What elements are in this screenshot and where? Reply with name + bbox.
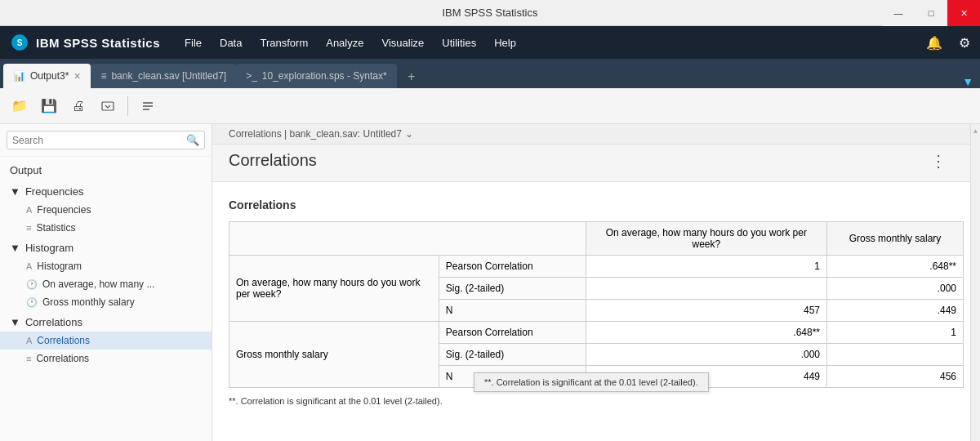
close-button[interactable]: ✕ [947,0,980,26]
content-title-area: Correlations ⋮ [212,145,980,182]
stat-label-n1: N [439,300,586,322]
stat-label-pearson2: Pearson Correlation [439,322,586,344]
search-input[interactable] [12,135,186,146]
menu-items: File Data Transform Analyze Visualize Ut… [176,33,923,52]
page-title: Correlations [229,151,317,170]
tree-group-correlations: ▼ Correlations A Correlations ≡ Correlat… [0,313,212,368]
chevron-frequencies: ▼ [10,185,20,198]
tab-close-output3[interactable]: ✕ [74,71,81,82]
tree-leaf-histogram-salary[interactable]: 🕐 Gross monthly salary [0,293,212,311]
stat-label-pearson1: Pearson Correlation [439,256,586,278]
tree-group-header-correlations[interactable]: ▼ Correlations [0,313,212,332]
search-input-wrap[interactable]: 🔍 [7,131,205,149]
sidebar: 🔍 Output ▼ Frequencies A Frequencies ≡ [0,124,212,441]
tab-syntax[interactable]: >_ 10_exploration.sps - Syntax* [236,64,396,88]
window-controls: — □ ✕ [882,0,980,26]
breadcrumb-chevron-icon: ⌄ [405,128,413,140]
col-header-salary: Gross monthly salary [827,222,964,256]
tree-leaf-histogram-histogram[interactable]: A Histogram [0,257,212,275]
leaf-icon-hours: 🕐 [26,279,38,290]
toolbar-divider [127,96,128,116]
tree-group-frequencies: ▼ Frequencies A Frequencies ≡ Statistics [0,182,212,237]
tab-label-bank: bank_clean.sav [Untitled7] [111,70,226,82]
tree-area: Output ▼ Frequencies A Frequencies ≡ Sta… [0,157,212,441]
tab-label-syntax: 10_exploration.sps - Syntax* [262,70,387,82]
cell-salary-sig-hours: .000 [586,344,826,366]
menu-data[interactable]: Data [212,33,250,52]
table-section-title: Correlations [229,198,964,212]
tab-overflow-chevron[interactable]: ▼ [962,75,973,88]
content-header: Correlations | bank_clean.sav: Untitled7… [212,124,980,145]
table-row: On average, how many hours do you work p… [229,256,964,278]
scrollbar[interactable]: ▲ [970,124,980,441]
tree-leaf-frequencies-statistics[interactable]: ≡ Statistics [0,219,212,237]
cell-salary-sig-salary [827,344,964,366]
export-button[interactable] [95,93,121,119]
tree-group-content-histogram: A Histogram 🕐 On average, how many ... 🕐… [0,257,212,311]
menu-visualize[interactable]: Visualize [373,33,432,52]
app-title: IBM SPSS Statistics [36,36,160,50]
tab-add-button[interactable]: + [400,65,423,88]
tree-group-header-frequencies[interactable]: ▼ Frequencies [0,182,212,201]
menu-file[interactable]: File [176,33,210,52]
tree-leaf-correlations-table[interactable]: ≡ Correlations [0,350,212,368]
tab-output3[interactable]: 📊 Output3* ✕ [3,64,91,88]
menu-analyze[interactable]: Analyze [318,33,372,52]
tree-leaf-label-salary: Gross monthly salary [42,296,135,308]
tab-bar: 📊 Output3* ✕ ≡ bank_clean.sav [Untitled7… [0,59,980,88]
tree-group-label-histogram: Histogram [25,242,74,254]
tab-bank-clean[interactable]: ≡ bank_clean.sav [Untitled7] [91,64,236,88]
leaf-icon-corr-grid: ≡ [26,354,31,363]
notification-icon[interactable]: 🔔 [923,32,946,54]
leaf-icon-salary: 🕐 [26,297,38,308]
menu-utilities[interactable]: Utilities [434,33,484,52]
search-icon: 🔍 [186,134,199,146]
tree-leaf-frequencies-frequencies[interactable]: A Frequencies [0,201,212,219]
cell-hours-n-salary: .449 [827,300,964,322]
tree-leaf-label-statistics: Statistics [36,222,75,234]
tree-group-label-correlations: Correlations [25,316,82,328]
row-header-hours: On average, how many hours do you work p… [229,256,439,322]
tree-leaf-label-hours: On average, how many ... [42,278,154,290]
svg-text:S: S [17,38,23,47]
save-button[interactable]: 💾 [36,93,62,119]
tree-leaf-label-frequencies: Frequencies [37,204,91,216]
stat-label-sig1: Sig. (2-tailed) [439,278,586,300]
settings-icon[interactable]: ⚙ [956,32,973,54]
tree-group-label-frequencies: Frequencies [25,185,84,198]
cell-hours-pearson-salary: .648** [827,256,964,278]
table-row: Gross monthly salary Pearson Correlation… [229,322,964,344]
breadcrumb: Correlations | bank_clean.sav: Untitled7… [229,128,413,140]
tree-group-content-frequencies: A Frequencies ≡ Statistics [0,201,212,237]
print-button[interactable]: 🖨 [65,93,91,119]
tree-group-histogram: ▼ Histogram A Histogram 🕐 On average, ho… [0,238,212,311]
tree-leaf-label-histogram: Histogram [37,261,82,272]
title-bar: IBM SPSS Statistics — □ ✕ [0,0,980,26]
cell-salary-n-salary: 456 [827,366,964,388]
toolbar: 📁 💾 🖨 [0,88,980,124]
leaf-icon-freq: A [26,205,32,215]
tree-leaf-correlations-correlations[interactable]: A Correlations [0,332,212,350]
cell-hours-pearson-hours: 1 [586,256,826,278]
minimize-button[interactable]: — [882,0,915,26]
svg-rect-2 [102,102,114,110]
cell-hours-sig-hours [586,278,826,300]
maximize-button[interactable]: □ [915,0,947,26]
three-dot-menu[interactable]: ⋮ [930,153,947,169]
leaf-icon-corr-a: A [26,336,32,345]
content-area: ▲ Correlations | bank_clean.sav: Untitle… [212,124,980,441]
tree-leaf-histogram-hours[interactable]: 🕐 On average, how many ... [0,275,212,293]
tab-icon-output3: 📊 [13,70,25,82]
cell-hours-n-hours: 457 [586,300,826,322]
tree-root-output: Output [0,160,212,180]
open-button[interactable]: 📁 [7,93,33,119]
menu-help[interactable]: Help [486,33,524,52]
search-box: 🔍 [0,124,212,157]
tree-leaf-label-corr1: Correlations [37,335,90,346]
format-button[interactable] [135,93,161,119]
tree-group-header-histogram[interactable]: ▼ Histogram [0,238,212,257]
tree-group-content-correlations: A Correlations ≡ Correlations [0,332,212,368]
menu-transform[interactable]: Transform [252,33,316,52]
window-title: IBM SPSS Statistics [442,7,537,19]
tab-icon-bank: ≡ [100,70,106,82]
